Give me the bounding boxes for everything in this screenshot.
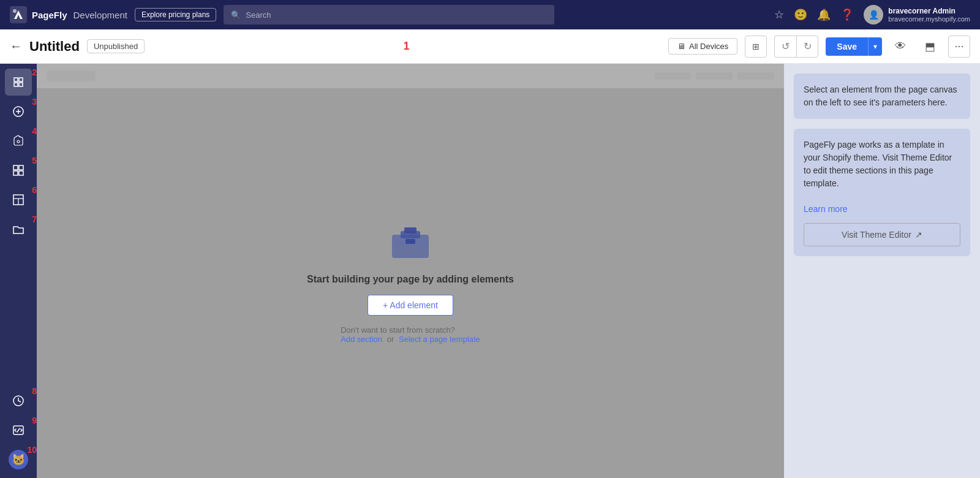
sidebar-number-6: 6 [32,185,37,195]
add-element-button[interactable]: + Add element [368,295,453,316]
left-sidebar: 2 3 4 5 [0,64,37,478]
step-indicator: 1 [152,40,661,53]
external-link-icon: ↗ [915,230,922,240]
nav-icons: ☆ 🙂 🔔 ❓ 👤 bravecorner Admin bravecorner.… [774,5,970,25]
canvas-area: Start building your page by adding eleme… [37,64,784,478]
environment-label: Development [74,10,127,20]
sidebar-item-code[interactable]: 9 [5,417,32,444]
svg-rect-12 [19,165,23,170]
undo-button[interactable]: ↺ [774,36,796,58]
visit-theme-editor-button[interactable]: Visit Theme Editor ↗ [804,223,960,246]
sidebar-item-layout[interactable]: 6 [5,186,32,213]
canvas-inner: Start building your page by adding eleme… [37,88,784,478]
grid-icon: ⊞ [752,42,760,51]
page-title: Untitled [29,39,80,55]
code-icon [12,424,24,436]
main-layout: 2 3 4 5 [0,64,980,478]
star-icon[interactable]: ☆ [774,8,784,21]
monitor-icon: 🖥 [677,42,685,51]
canvas-scratch-text: Don't want to start from scratch? Add se… [341,325,480,344]
sidebar-item-history[interactable]: 8 [5,387,32,414]
sidebar-item-folder[interactable]: 7 [5,216,32,243]
add-section-link[interactable]: Add section [341,335,382,344]
layout-icon [12,194,24,206]
sidebar-number-8: 8 [32,386,37,396]
svg-point-10 [17,140,20,143]
grid-icon [12,164,24,176]
shopify-icon [12,135,24,147]
grid-view-button[interactable]: ⊞ [745,36,767,58]
device-label: All Devices [689,42,728,51]
brand-name: PageFly [32,10,67,20]
folder-icon [12,223,24,235]
svg-rect-5 [14,83,18,86]
search-bar[interactable]: 🔍 Search [224,5,554,25]
search-icon: 🔍 [231,10,241,20]
status-badge[interactable]: Unpublished [87,39,145,53]
sidebar-item-avatar[interactable]: 🐱 10 [5,446,32,473]
back-button[interactable]: ← [10,39,22,53]
element-info-text: Select an element from the page canvas o… [804,85,957,107]
select-template-link[interactable]: Select a page template [399,335,480,344]
avatar: 👤 [864,5,883,25]
save-button[interactable]: Save [826,37,868,56]
sidebar-number-2: 2 [32,67,37,77]
element-info-card: Select an element from the page canvas o… [794,74,970,119]
user-avatar-icon: 🐱 [9,450,28,469]
brand-logo: PageFly Development [10,6,127,23]
pagefly-logo-icon [10,6,27,23]
canvas-empty-state: Start building your page by adding eleme… [307,222,514,344]
redo-button[interactable]: ↻ [796,36,818,58]
canvas-breadcrumb [47,70,96,82]
right-panel: Select an element from the page canvas o… [784,64,980,478]
sidebar-number-10: 10 [27,445,37,455]
sidebar-item-add[interactable]: 3 [5,98,32,125]
svg-rect-13 [13,171,18,175]
layers-icon [12,76,24,88]
search-placeholder: Search [246,10,271,20]
svg-rect-25 [405,239,415,244]
add-icon [12,105,24,118]
svg-rect-11 [13,165,18,170]
sidebar-number-5: 5 [32,156,37,165]
svg-line-20 [17,428,20,432]
sidebar-number-4: 4 [32,126,37,136]
svg-point-2 [13,9,17,13]
canvas-action-3 [737,72,774,80]
svg-rect-6 [19,83,23,86]
canvas-empty-title: Start building your page by adding eleme… [307,274,514,285]
user-store: bravecorner.myshopify.com [888,15,970,23]
sidebar-number-3: 3 [32,97,37,107]
visit-theme-label: Visit Theme Editor [842,230,911,240]
sidebar-number-9: 9 [32,415,37,425]
sidebar-item-grid[interactable]: 5 [5,157,32,184]
add-element-text: + Add element [383,300,438,310]
share-button[interactable]: ⬒ [919,36,941,58]
emoji-icon[interactable]: 🙂 [794,8,807,21]
sidebar-number-7: 7 [32,214,37,224]
save-button-group: Save ▾ [826,37,882,56]
sidebar-item-shopify[interactable]: 4 [5,127,32,154]
bell-icon[interactable]: 🔔 [817,8,831,21]
user-name: bravecorner Admin [888,7,970,15]
canvas-action-2 [696,72,733,80]
help-icon[interactable]: ❓ [840,8,854,21]
undo-redo-group: ↺ ↻ [774,36,818,58]
sidebar-item-layers[interactable]: 2 [5,69,32,96]
theme-editor-card: PageFly page works as a template in your… [794,129,970,256]
history-icon [12,395,24,407]
theme-card-text: PageFly page works as a template in your… [804,138,960,216]
learn-more-link[interactable]: Learn more [804,204,848,214]
explore-pricing-button[interactable]: Explore pricing plans [135,8,216,21]
svg-rect-4 [19,78,23,82]
user-info: 👤 bravecorner Admin bravecorner.myshopif… [864,5,970,25]
canvas-top-bar [37,64,784,88]
top-navigation: PageFly Development Explore pricing plan… [0,0,980,29]
user-details: bravecorner Admin bravecorner.myshopify.… [888,7,970,23]
preview-button[interactable]: 👁 [889,36,911,58]
more-options-button[interactable]: ··· [948,36,970,58]
canvas-action-1 [654,72,691,80]
device-selector[interactable]: 🖥 All Devices [668,38,737,55]
save-dropdown-button[interactable]: ▾ [868,37,882,56]
page-toolbar: ← Untitled Unpublished 1 🖥 All Devices ⊞… [0,29,980,64]
